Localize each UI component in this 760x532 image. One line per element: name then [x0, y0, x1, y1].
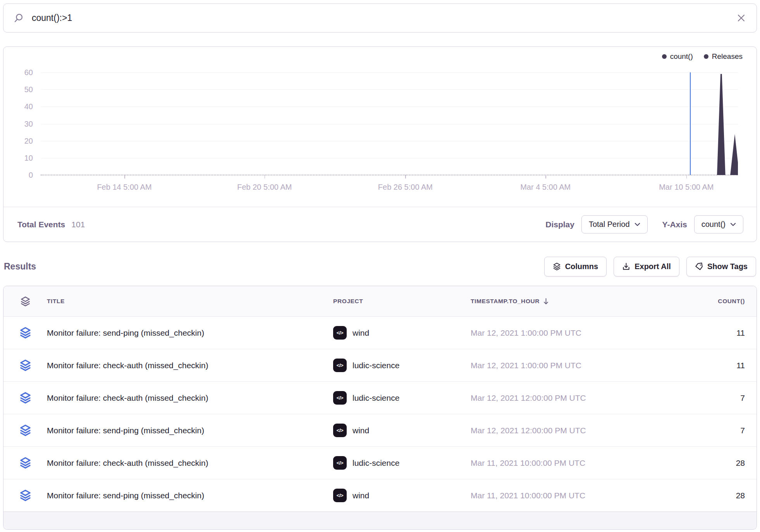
stack-icon [3, 447, 47, 479]
row-project: </> wind [333, 317, 471, 349]
y-tick-label: 30 [13, 120, 33, 128]
table-footer-strip [3, 511, 757, 529]
row-title-link[interactable]: Monitor failure: send-ping (missed_check… [47, 479, 333, 511]
results-header: Results Columns Export All [4, 257, 756, 276]
stack-icon [3, 317, 47, 349]
row-timestamp: Mar 12, 2021 12:00:00 PM UTC [471, 382, 662, 414]
row-timestamp: Mar 12, 2021 1:00:00 PM UTC [471, 349, 662, 381]
y-tick-label: 60 [13, 69, 33, 76]
chart-legend: count() Releases [662, 52, 743, 61]
table-row[interactable]: Monitor failure: send-ping (missed_check… [3, 414, 757, 446]
x-tick-label: Feb 14 5:00 AM [97, 183, 151, 192]
table-row[interactable]: Monitor failure: check-auth (missed_chec… [3, 349, 757, 381]
chart-x-axis: Feb 14 5:00 AM Feb 20 5:00 AM Feb 26 5:0… [41, 175, 738, 207]
project-platform-icon: </> [333, 489, 347, 502]
row-project: </> wind [333, 479, 471, 511]
chevron-down-icon [634, 223, 640, 227]
x-tick-label: Mar 10 5:00 AM [659, 183, 714, 192]
stack-icon [3, 479, 47, 511]
column-header-title[interactable]: TITLE [47, 286, 333, 316]
chart-footer: Total Events 101 Display Total Period Y-… [3, 207, 757, 242]
search-icon [14, 13, 24, 23]
project-platform-icon: </> [333, 424, 347, 437]
legend-item-count[interactable]: count() [662, 52, 693, 61]
row-project: </> ludic-science [333, 447, 471, 479]
sort-descending-icon [543, 298, 549, 305]
count-series-area [41, 72, 738, 175]
row-title-link[interactable]: Monitor failure: send-ping (missed_check… [47, 317, 333, 349]
tag-icon [695, 263, 703, 271]
y-tick-label: 0 [13, 171, 33, 179]
export-all-button-label: Export All [634, 262, 671, 271]
y-tick-label: 40 [13, 103, 33, 110]
row-count: 11 [662, 317, 757, 349]
show-tags-button[interactable]: Show Tags [686, 257, 756, 276]
row-title-link[interactable]: Monitor failure: send-ping (missed_check… [47, 414, 333, 446]
legend-label-count: count() [670, 52, 693, 61]
x-tick-label: Mar 4 5:00 AM [520, 183, 571, 192]
row-count: 7 [662, 414, 757, 446]
row-title-link[interactable]: Monitor failure: check-auth (missed_chec… [47, 349, 333, 381]
results-heading: Results [4, 261, 36, 272]
yaxis-label: Y-Axis [662, 220, 687, 229]
download-icon [622, 263, 630, 271]
clear-search-icon[interactable] [737, 14, 746, 22]
events-chart-panel: count() Releases 60 50 40 30 20 10 0 [3, 46, 757, 242]
y-tick-label: 10 [13, 154, 33, 162]
table-row[interactable]: Monitor failure: check-auth (missed_chec… [3, 446, 757, 479]
stack-icon [3, 349, 47, 381]
table-header-row: TITLE PROJECT TIMESTAMP.TO_HOUR COUNT() [3, 286, 757, 316]
display-label: Display [545, 220, 574, 229]
search-input[interactable] [31, 12, 730, 24]
total-events-value: 101 [71, 220, 85, 229]
table-row[interactable]: Monitor failure: check-auth (missed_chec… [3, 381, 757, 414]
column-header-timestamp[interactable]: TIMESTAMP.TO_HOUR [471, 286, 662, 316]
header-stack-icon[interactable] [3, 286, 47, 316]
row-title-link[interactable]: Monitor failure: check-auth (missed_chec… [47, 447, 333, 479]
stack-icon [3, 382, 47, 414]
export-all-button[interactable]: Export All [614, 257, 679, 276]
project-platform-icon: </> [333, 456, 347, 470]
x-tick-label: Feb 26 5:00 AM [378, 183, 433, 192]
column-header-project[interactable]: PROJECT [333, 286, 471, 316]
row-count: 28 [662, 479, 757, 511]
search-bar[interactable] [3, 3, 757, 33]
y-tick-label: 50 [13, 86, 33, 93]
y-tick-label: 20 [13, 137, 33, 145]
row-project: </> ludic-science [333, 349, 471, 381]
row-timestamp: Mar 11, 2021 10:00:00 PM UTC [471, 479, 662, 511]
row-count: 7 [662, 382, 757, 414]
legend-label-releases: Releases [712, 52, 743, 61]
row-timestamp: Mar 11, 2021 10:00:00 PM UTC [471, 447, 662, 479]
release-marker-line[interactable] [690, 72, 691, 175]
table-row[interactable]: Monitor failure: send-ping (missed_check… [3, 316, 757, 349]
row-count: 11 [662, 349, 757, 381]
legend-item-releases[interactable]: Releases [704, 52, 743, 61]
project-platform-icon: </> [333, 391, 347, 405]
row-timestamp: Mar 12, 2021 1:00:00 PM UTC [471, 317, 662, 349]
x-tick-label: Feb 20 5:00 AM [237, 183, 292, 192]
display-dropdown[interactable]: Total Period [581, 215, 648, 233]
results-table: TITLE PROJECT TIMESTAMP.TO_HOUR COUNT() … [3, 286, 757, 530]
legend-dot-releases-icon [704, 54, 708, 59]
row-project: </> ludic-science [333, 382, 471, 414]
display-dropdown-value: Total Period [589, 220, 630, 229]
table-row[interactable]: Monitor failure: send-ping (missed_check… [3, 479, 757, 511]
row-timestamp: Mar 12, 2021 12:00:00 PM UTC [471, 414, 662, 446]
stack-icon [553, 263, 561, 271]
row-count: 28 [662, 447, 757, 479]
total-events-label: Total Events [17, 220, 65, 229]
legend-dot-count-icon [662, 54, 667, 59]
project-platform-icon: </> [333, 326, 347, 340]
chart-plot-area[interactable]: 60 50 40 30 20 10 0 [41, 72, 738, 175]
row-title-link[interactable]: Monitor failure: check-auth (missed_chec… [47, 382, 333, 414]
yaxis-dropdown[interactable]: count() [694, 215, 743, 233]
column-header-count[interactable]: COUNT() [662, 286, 757, 316]
columns-button-label: Columns [565, 262, 598, 271]
project-platform-icon: </> [333, 359, 347, 372]
columns-button[interactable]: Columns [544, 257, 607, 276]
row-project: </> wind [333, 414, 471, 446]
stack-icon [3, 414, 47, 446]
yaxis-dropdown-value: count() [702, 220, 726, 229]
chevron-down-icon [730, 223, 736, 227]
